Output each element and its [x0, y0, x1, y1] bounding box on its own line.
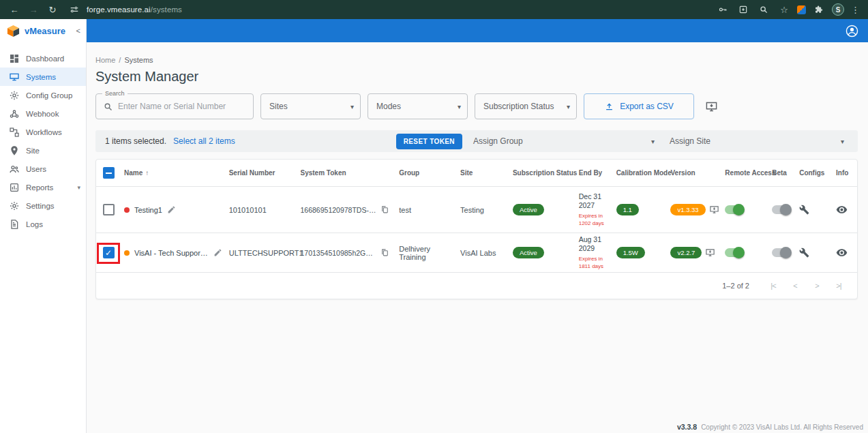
password-key-icon[interactable] [715, 2, 730, 17]
info-eye-icon[interactable] [836, 204, 848, 215]
beta-toggle[interactable] [772, 205, 790, 214]
sidebar-item-reports[interactable]: Reports ▾ [0, 178, 86, 196]
search-field[interactable]: Search [95, 93, 254, 119]
reload-icon[interactable]: ↻ [45, 2, 60, 17]
remote-access-toggle[interactable] [725, 248, 743, 257]
sidebar-item-logs[interactable]: Logs [0, 215, 86, 233]
configs-wrench-icon[interactable] [799, 205, 809, 215]
modes-select[interactable]: Modes ▾ [368, 93, 468, 119]
column-header-token: System Token [297, 169, 396, 177]
vmeasure-logo-icon [6, 24, 20, 38]
prev-page-icon[interactable]: < [786, 282, 804, 290]
expires-note: Expires in 1202 days [579, 213, 612, 228]
select-all-checkbox[interactable] [103, 167, 115, 179]
sites-select[interactable]: Sites ▾ [260, 93, 361, 119]
sidebar-item-workflows[interactable]: Workflows [0, 123, 86, 141]
subscription-status-badge: Active [513, 247, 544, 258]
remote-access-toggle[interactable] [725, 205, 743, 214]
sidebar-item-label: Dashboard [26, 55, 64, 63]
info-eye-icon[interactable] [836, 247, 848, 258]
column-header-name[interactable]: Name↑ [121, 169, 226, 177]
sidebar-item-label: Config Group [26, 91, 72, 100]
sidebar-item-dashboard[interactable]: Dashboard [0, 49, 86, 68]
sidebar-collapse-icon[interactable]: < [76, 27, 80, 35]
webhook-icon [9, 108, 20, 119]
search-lens-icon[interactable] [756, 2, 771, 17]
configs-wrench-icon[interactable] [799, 248, 809, 258]
system-name: Testing1 [134, 206, 162, 214]
beta-toggle[interactable] [772, 248, 790, 257]
version-badge: v2.2.7 [670, 247, 702, 258]
next-page-icon[interactable]: > [808, 282, 826, 290]
app-footer: v3.3.8 Copyright © 2023 VisAI Labs Ltd. … [677, 423, 863, 431]
column-header-info: Info [833, 169, 857, 177]
sidebar-item-config-group[interactable]: Config Group [0, 86, 86, 104]
edit-pencil-icon[interactable] [167, 205, 176, 214]
selection-toolbar: 1 items selected. Select all 2 items RES… [95, 130, 858, 152]
breadcrumb-home[interactable]: Home [95, 56, 115, 64]
export-upload-icon [604, 102, 614, 112]
sidebar-item-webhook[interactable]: Webhook [0, 104, 86, 123]
modes-select-label: Modes [376, 102, 452, 111]
breadcrumb: Home / Systems [95, 56, 858, 64]
copy-icon[interactable] [380, 248, 389, 257]
browser-profile-avatar[interactable]: S [832, 3, 844, 16]
sidebar-item-users[interactable]: Users [0, 160, 86, 178]
device-update-icon[interactable] [705, 248, 715, 258]
reports-icon [9, 182, 20, 193]
system-token: 1668695120978TDS-0wY2q... [301, 206, 377, 214]
column-header-group: Group [395, 169, 457, 177]
extension-colored-icon[interactable] [797, 5, 806, 14]
column-header-calibration: Calibration Mode [613, 169, 668, 177]
sidebar-item-settings[interactable]: Settings [0, 196, 86, 215]
back-icon[interactable]: ← [7, 2, 22, 17]
forward-icon[interactable]: → [26, 2, 41, 17]
column-header-endby: End By [575, 169, 613, 177]
assign-site-select[interactable]: Assign Site ▾ [665, 136, 848, 146]
browser-chrome: ← → ↻ forge.vmeasure.ai/systems ☆ S [0, 0, 868, 19]
sidebar: vMeasure < Dashboard Systems Config Grou… [0, 19, 87, 433]
systems-table: Name↑ Serial Number System Token Group S… [95, 159, 858, 299]
select-all-link[interactable]: Select all 2 items [173, 136, 235, 146]
app-version: v3.3.8 [677, 423, 697, 431]
extensions-puzzle-icon[interactable] [811, 2, 826, 17]
sidebar-item-systems[interactable]: Systems [0, 68, 86, 86]
sidebar-item-site[interactable]: Site [0, 141, 86, 160]
assign-group-select[interactable]: Assign Group ▾ [469, 136, 659, 146]
edit-pencil-icon[interactable] [213, 248, 222, 257]
device-export-icon[interactable] [702, 98, 720, 115]
address-bar[interactable]: forge.vmeasure.ai/systems [67, 2, 711, 17]
column-header-beta: Beta [768, 169, 796, 177]
account-icon[interactable] [845, 24, 859, 38]
subscription-status-select[interactable]: Subscription Status ▾ [475, 93, 577, 119]
browser-menu-icon[interactable]: ⋮ [850, 5, 861, 15]
config-group-icon [9, 90, 20, 101]
copy-icon[interactable] [380, 205, 389, 214]
row-checkbox[interactable] [103, 247, 115, 258]
first-page-icon[interactable]: |< [764, 282, 782, 290]
brand-name: vMeasure [25, 26, 72, 36]
reset-token-button[interactable]: RESET TOKEN [396, 134, 462, 149]
page-title: System Manager [95, 68, 858, 85]
site-name: VisAI Labs [460, 249, 496, 257]
table-row: VisAI - Tech Support Sys ULTTECHSUPPORT1… [96, 233, 857, 273]
chevron-down-icon: ▾ [651, 138, 655, 145]
site-info-icon[interactable] [67, 2, 82, 17]
system-token: 1701354510985h2GY8oVsv... [301, 249, 377, 257]
version-badge: v1.3.33 [670, 204, 705, 215]
bookmark-star-icon[interactable]: ☆ [777, 2, 792, 17]
export-csv-button[interactable]: Export as CSV [584, 93, 694, 119]
browser-actions: ☆ S ⋮ [715, 2, 861, 17]
site-pin-icon [9, 145, 20, 156]
install-app-icon[interactable] [736, 2, 751, 17]
workflows-icon [9, 127, 20, 138]
search-input[interactable] [118, 102, 248, 111]
last-page-icon[interactable]: >| [830, 282, 848, 290]
copyright-text: Copyright © 2023 VisAI Labs Ltd. All Rig… [701, 423, 863, 431]
device-update-icon[interactable] [709, 205, 719, 215]
sidebar-nav: Dashboard Systems Config Group Webhook W… [0, 42, 86, 233]
sidebar-item-label: Reports [26, 183, 53, 192]
row-checkbox[interactable] [103, 204, 115, 215]
screen: ← → ↻ forge.vmeasure.ai/systems ☆ S [0, 0, 868, 433]
column-header-version: Version [667, 169, 721, 177]
